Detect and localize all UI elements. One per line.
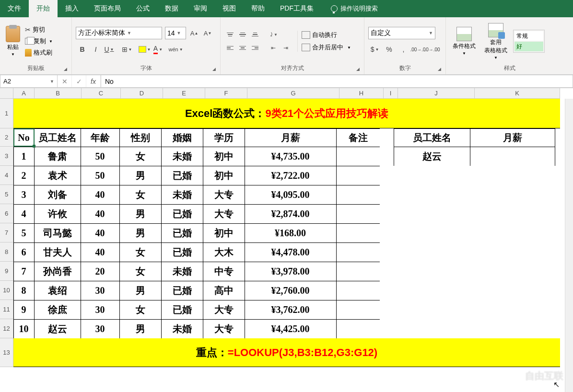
cell[interactable]: ¥2,722.00 <box>245 166 337 185</box>
cell[interactable]: 学历 <box>203 128 245 147</box>
row-header-3[interactable]: 3 <box>0 147 13 166</box>
title-cell[interactable]: Excel函数公式：9类21个公式应用技巧解读 <box>13 99 560 128</box>
cell[interactable] <box>336 204 380 224</box>
row-header-5[interactable]: 5 <box>0 185 13 204</box>
row-header-8[interactable]: 8 <box>0 242 13 262</box>
cell[interactable]: No <box>13 128 35 147</box>
cell[interactable] <box>380 166 394 185</box>
bold-button[interactable]: B <box>76 43 89 56</box>
row-header-7[interactable]: 7 <box>0 223 13 242</box>
cell[interactable] <box>380 242 394 262</box>
cell[interactable] <box>470 204 555 224</box>
cell[interactable]: 40 <box>81 223 120 243</box>
cell[interactable] <box>394 223 470 243</box>
cell[interactable] <box>380 147 394 166</box>
align-top-button[interactable] <box>224 29 236 40</box>
cell[interactable]: 已婚 <box>161 223 203 243</box>
cell[interactable]: 孙尚香 <box>34 262 81 281</box>
underline-button[interactable]: U▼ <box>103 43 116 56</box>
cell[interactable] <box>336 185 380 205</box>
cell[interactable]: 大木 <box>203 242 245 262</box>
cell[interactable] <box>394 281 470 300</box>
cell[interactable]: 甘夫人 <box>34 242 81 262</box>
cell[interactable] <box>470 223 555 243</box>
copy-button[interactable]: 复制▼ <box>25 37 53 46</box>
cell[interactable]: 初中 <box>203 166 245 185</box>
cell[interactable]: 男 <box>119 223 162 243</box>
border-button[interactable]: ⊞▼ <box>120 43 134 56</box>
cell[interactable] <box>336 166 380 185</box>
tell-me-search[interactable]: 操作说明搜索 <box>331 0 378 17</box>
cell[interactable] <box>394 242 470 262</box>
row-header-13[interactable]: 13 <box>0 338 13 367</box>
cell[interactable]: 婚姻 <box>161 128 203 147</box>
col-header-D[interactable]: D <box>121 88 163 99</box>
cell[interactable] <box>470 147 555 166</box>
cell[interactable]: 已婚 <box>161 242 203 262</box>
col-header-G[interactable]: G <box>247 88 339 99</box>
row-header-9[interactable]: 9 <box>0 262 13 281</box>
cell[interactable] <box>470 242 555 262</box>
increase-font-button[interactable]: A▲ <box>189 28 199 38</box>
cell[interactable]: 袁术 <box>34 166 81 185</box>
cell[interactable]: 女 <box>119 185 162 205</box>
cell[interactable]: 赵云 <box>34 319 81 339</box>
tab-视图[interactable]: 视图 <box>215 0 244 17</box>
cell[interactable]: 许攸 <box>34 204 81 224</box>
fill-color-button[interactable]: ▼ <box>138 43 152 56</box>
cell[interactable]: 未婚 <box>161 147 203 166</box>
cell[interactable] <box>470 262 555 281</box>
name-box[interactable]: A2▼ <box>0 75 58 88</box>
cell[interactable]: 高中 <box>203 281 245 300</box>
cell[interactable]: 鲁肃 <box>34 147 81 166</box>
col-header-K[interactable]: K <box>475 88 560 99</box>
select-all-corner[interactable] <box>0 88 13 99</box>
cell[interactable]: 初中 <box>203 147 245 166</box>
tab-PDF工具集[interactable]: PDF工具集 <box>272 0 321 17</box>
cell[interactable]: 员工姓名 <box>394 128 470 147</box>
style-good[interactable]: 好 <box>515 42 543 51</box>
row-header-4[interactable]: 4 <box>0 166 13 185</box>
row-header-2[interactable]: 2 <box>0 128 13 147</box>
cell[interactable] <box>394 204 470 224</box>
vertical-scrollbar[interactable] <box>565 99 573 392</box>
cell[interactable] <box>394 262 470 281</box>
cell[interactable]: ¥4,425.00 <box>245 319 337 339</box>
decrease-decimal-button[interactable]: .0→.00 <box>426 43 439 56</box>
cell[interactable]: 中专 <box>203 262 245 281</box>
align-bottom-button[interactable] <box>249 29 261 40</box>
number-format-combo[interactable]: 自定义▼ <box>368 27 435 39</box>
cell[interactable]: 性别 <box>119 128 162 147</box>
cell[interactable]: 50 <box>81 166 120 185</box>
cell[interactable]: 员工姓名 <box>34 128 81 147</box>
cell[interactable] <box>336 242 380 262</box>
tab-数据[interactable]: 数据 <box>157 0 186 17</box>
tab-审阅[interactable]: 审阅 <box>186 0 215 17</box>
cell[interactable]: 男 <box>119 319 162 339</box>
insert-function-button[interactable]: fx <box>86 75 101 87</box>
merge-center-button[interactable]: 合并后居中▼ <box>302 43 351 52</box>
cell[interactable] <box>336 300 380 320</box>
cell[interactable] <box>380 185 394 205</box>
row-header-6[interactable]: 6 <box>0 204 13 223</box>
cell[interactable] <box>470 319 555 339</box>
align-middle-button[interactable] <box>237 29 248 40</box>
cell[interactable] <box>336 262 380 281</box>
cell[interactable] <box>336 147 380 166</box>
col-header-J[interactable]: J <box>398 88 475 99</box>
cell[interactable]: 3 <box>13 185 35 205</box>
footnote-cell[interactable]: 重点：=LOOKUP(J3,B3:B12,G3:G12) <box>13 338 560 367</box>
tab-插入[interactable]: 插入 <box>58 0 86 17</box>
cell[interactable]: 大专 <box>203 319 245 339</box>
cell[interactable]: 大专 <box>203 300 245 320</box>
cell[interactable]: 徐庶 <box>34 300 81 320</box>
col-header-C[interactable]: C <box>82 88 121 99</box>
align-right-button[interactable] <box>249 43 261 53</box>
col-header-A[interactable]: A <box>13 88 35 99</box>
col-header-I[interactable]: I <box>384 88 398 99</box>
cell[interactable]: 月薪 <box>245 128 337 147</box>
cell[interactable] <box>394 166 470 185</box>
orientation-button[interactable]: ⤸▼ <box>268 29 279 40</box>
wrap-text-button[interactable]: 自动换行 <box>302 31 351 39</box>
italic-button[interactable]: I <box>89 43 103 56</box>
